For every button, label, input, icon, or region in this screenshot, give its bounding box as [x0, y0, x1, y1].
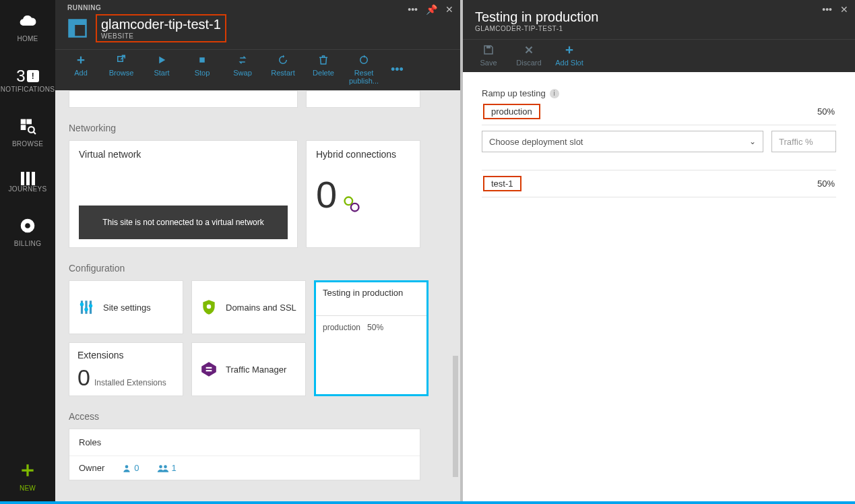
browse-button[interactable]: Browse [101, 53, 141, 86]
nav-new[interactable]: NEW [0, 449, 55, 504]
plus-icon [19, 462, 36, 479]
hybrid-connections-card[interactable]: Hybrid connections 0 [306, 140, 420, 248]
stop-button[interactable]: Stop [182, 53, 222, 86]
nav-journeys[interactable]: JOURNEYS [0, 160, 55, 205]
restart-button[interactable]: Restart [263, 53, 303, 86]
notification-badge: 3 [16, 67, 38, 86]
discard-button[interactable]: Discard [509, 42, 549, 68]
svg-point-12 [345, 197, 353, 206]
add-slot-label: Add Slot [555, 59, 583, 67]
blade-title-highlight: glamcoder-tip-test-1 WEBSITE [96, 14, 226, 42]
svg-marker-18 [201, 362, 216, 377]
tip-slot-pct: 50% [367, 323, 383, 332]
roles-card[interactable]: Roles Owner 0 1 [69, 429, 420, 480]
extensions-card[interactable]: Extensions 0 Installed Extensions [69, 342, 183, 396]
save-button[interactable]: Save [468, 42, 509, 68]
user-single-count: 0 [134, 463, 139, 473]
right-blade-title: Testing in production [475, 9, 598, 25]
more-icon[interactable]: ••• [408, 4, 418, 15]
ramp-up-label: Ramp up testing i [482, 88, 836, 98]
nav-notifications[interactable]: 3 NOTIFICATIONS [0, 55, 55, 105]
slot-row-test1: test-1 50% [482, 170, 836, 197]
stop-label: Stop [195, 69, 210, 77]
slot-name-test1: test-1 [483, 176, 521, 191]
shield-icon [200, 298, 218, 316]
slot-pct-test1: 50% [817, 179, 835, 189]
pin-icon[interactable]: 📌 [426, 4, 437, 15]
svg-point-19 [125, 465, 129, 468]
svg-rect-0 [21, 119, 26, 124]
testing-in-production-card[interactable]: Testing in production production 50% [314, 280, 429, 396]
reset-icon [358, 54, 370, 66]
extensions-count: 0 [77, 365, 90, 391]
virtual-network-card[interactable]: Virtual network This site is not connect… [69, 140, 298, 248]
site-settings-card[interactable]: Site settings [69, 280, 183, 334]
traffic-placeholder: Traffic % [779, 137, 813, 147]
scrollbar[interactable] [453, 356, 458, 477]
right-blade-header: ••• ✕ Testing in production GLAMCODER-TI… [463, 0, 855, 39]
add-button[interactable]: Add [61, 53, 101, 86]
nav-billing-label: BILLING [14, 240, 41, 247]
cloud-icon [19, 12, 36, 30]
svg-point-15 [84, 308, 88, 311]
domains-ssl-card[interactable]: Domains and SSL [191, 280, 306, 334]
traffic-manager-card[interactable]: Traffic Manager [191, 342, 306, 396]
roles-row-owner: Owner 0 1 [69, 456, 420, 480]
slot-pct-production: 50% [817, 106, 835, 117]
add-slot-button[interactable]: Add Slot [549, 42, 590, 68]
svg-point-14 [80, 303, 84, 306]
nav-notifications-label: NOTIFICATIONS [1, 86, 55, 93]
discard-icon [523, 44, 535, 56]
notification-count: 3 [16, 67, 25, 86]
blade-body: Networking Virtual network This site is … [55, 90, 451, 504]
close-icon[interactable]: ✕ [445, 4, 453, 15]
blade-title: glamcoder-tip-test-1 [101, 17, 221, 32]
plus-icon [75, 54, 87, 66]
delete-button[interactable]: Delete [303, 53, 344, 86]
svg-rect-2 [21, 125, 26, 130]
website-blade: RUNNING ••• 📌 ✕ glamcoder-tip-test-1 WEB… [55, 0, 460, 504]
svg-line-4 [34, 132, 36, 134]
svg-rect-1 [27, 119, 31, 124]
blade-header: RUNNING ••• 📌 ✕ glamcoder-tip-test-1 WEB… [55, 0, 460, 49]
browse-label: Browse [109, 69, 134, 77]
browse-icon [19, 117, 36, 135]
reset-publish-button[interactable]: Reset publish... [344, 53, 384, 86]
stop-icon [196, 54, 208, 66]
close-icon[interactable]: ✕ [840, 4, 848, 15]
traffic-percent-input[interactable]: Traffic % [771, 131, 836, 152]
roles-title: Roles [69, 429, 420, 456]
start-button[interactable]: Start [141, 53, 182, 86]
info-icon[interactable]: i [550, 89, 559, 98]
nav-billing[interactable]: BILLING [0, 205, 55, 259]
nav-browse-label: BROWSE [12, 140, 43, 148]
tip-slot-name: production [323, 323, 360, 332]
swap-button[interactable]: Swap [222, 53, 263, 86]
section-configuration: Configuration [69, 263, 437, 274]
chevron-down-icon: ⌄ [749, 137, 756, 146]
svg-point-13 [351, 203, 359, 212]
save-icon [482, 44, 495, 56]
swap-label: Swap [233, 69, 252, 77]
play-icon [156, 54, 168, 66]
tip-card-title: Testing in production [323, 288, 420, 298]
user-single-icon: 0 [122, 463, 139, 473]
site-settings-label: Site settings [103, 303, 151, 313]
sliders-icon [77, 298, 95, 316]
more-icon[interactable]: ••• [822, 4, 832, 15]
toolbar-more-icon[interactable]: ••• [384, 63, 410, 77]
deployment-slot-select[interactable]: Choose deployment slot ⌄ [482, 131, 763, 152]
right-toolbar: Save Discard Add Slot [463, 39, 855, 72]
nav-browse[interactable]: BROWSE [0, 105, 55, 160]
slot-row-production: production 50% [482, 98, 836, 125]
svg-rect-10 [199, 57, 205, 63]
restart-icon [277, 54, 289, 66]
user-group-icon: 1 [157, 463, 177, 473]
nav-home-label: HOME [17, 35, 38, 42]
user-group-count: 1 [172, 463, 177, 473]
vnet-message: This site is not connected to a virtual … [79, 206, 288, 239]
billing-icon [19, 217, 36, 234]
nav-home[interactable]: HOME [0, 0, 55, 55]
add-label: Add [74, 69, 88, 77]
hybrid-count: 0 [316, 176, 337, 214]
